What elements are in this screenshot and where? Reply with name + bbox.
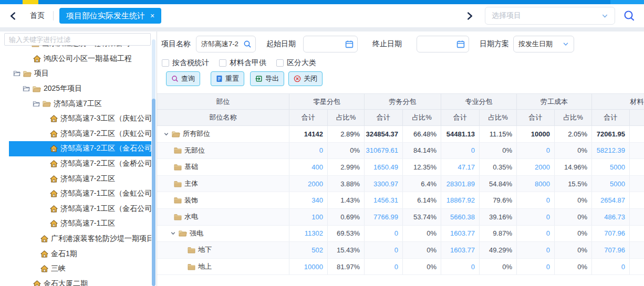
start-date-field[interactable] [303, 36, 358, 52]
calendar-icon[interactable] [456, 40, 465, 48]
checkbox-material[interactable]: 材料含甲供 [219, 58, 266, 68]
amount-cell[interactable]: 7766.99 [365, 209, 403, 225]
tree-item[interactable]: 金石大厦二期 [0, 277, 151, 286]
amount-cell[interactable]: 1650.49 [365, 159, 403, 175]
amount-cell[interactable]: 0 [517, 143, 555, 159]
export-button[interactable]: 导出 [250, 71, 284, 86]
row-name-cell[interactable]: 地下 [157, 242, 289, 258]
amount-cell[interactable]: 58212.39 [592, 143, 630, 159]
back-chevron-icon[interactable] [9, 12, 16, 20]
checkbox-category[interactable]: 区分大类 [276, 58, 316, 68]
project-name-field[interactable] [196, 36, 256, 52]
amount-cell[interactable]: 10000 [289, 259, 328, 275]
tab-active[interactable]: 项目部位实际发生统计 × [59, 8, 161, 24]
amount-cell[interactable]: 2000 [517, 159, 555, 175]
amount-cell[interactable]: 1603.77 [441, 242, 480, 258]
tree-filter-input[interactable] [4, 33, 151, 46]
amount-cell[interactable]: 3300.97 [365, 176, 403, 192]
amount-cell[interactable]: 2654.87 [592, 192, 630, 208]
tree-item[interactable]: 广利港滚装客轮防沙堤一期项目 [0, 231, 151, 247]
checkbox-box[interactable] [162, 59, 169, 67]
amount-cell[interactable]: 100 [289, 209, 328, 225]
amount-cell[interactable]: 28301.89 [441, 176, 480, 192]
table-row[interactable]: 装饰3401.43%1456.316.14%18867.9279.6%00%26… [157, 192, 644, 209]
amount-cell[interactable]: 0 [517, 259, 555, 275]
tree-item[interactable]: 鸿庆公司小区一期基础工程 [0, 51, 151, 67]
amount-cell[interactable]: 10000 [517, 126, 555, 142]
amount-cell[interactable]: 0 [517, 226, 555, 242]
table-row[interactable]: 主体20003.88%3300.976.4%28301.8954.84%8000… [157, 176, 644, 193]
expander-icon[interactable] [33, 101, 40, 107]
collapse-icon[interactable] [163, 131, 169, 137]
table-row[interactable]: 所有部位141422.89%324854.3766.48%54481.1311.… [157, 126, 644, 143]
table-row[interactable]: 无部位00%310679.6184.14%00%00%58212.39 [157, 143, 644, 160]
sidebar-scrollbar-thumb[interactable] [152, 99, 155, 286]
date-scheme-select[interactable]: 按发生日期 [513, 36, 574, 52]
amount-cell[interactable]: 0 [441, 143, 480, 159]
amount-cell[interactable]: 486.73 [592, 209, 630, 225]
tree-item[interactable]: 济邹高速7-1工区 [0, 216, 151, 231]
row-name-cell[interactable]: 主体 [157, 176, 289, 192]
search-icon[interactable] [623, 9, 636, 22]
tree-item[interactable]: 济邹高速7工区 [0, 96, 151, 111]
row-name-cell[interactable]: 强电 [157, 226, 289, 242]
table-row[interactable]: 水电1000.69%7766.9953.74%5660.3839.16%00%4… [157, 209, 644, 226]
tree-item[interactable]: 济邹高速7-2工区（庆虹公司） [0, 126, 151, 142]
row-name-cell[interactable]: 无部位 [157, 143, 289, 159]
amount-cell[interactable]: 0 [365, 259, 403, 275]
tree-item[interactable]: 济邹高速7-1工区（金石公司） [0, 202, 151, 217]
amount-cell[interactable]: 54481.13 [441, 126, 480, 142]
amount-cell[interactable]: 18867.92 [441, 192, 480, 208]
tree-item[interactable]: 2025年项目 [0, 81, 151, 97]
amount-cell[interactable]: 14142 [289, 126, 328, 142]
amount-cell[interactable]: 1456.31 [365, 192, 403, 208]
start-date-input[interactable] [307, 40, 345, 49]
amount-cell[interactable]: 0 [592, 259, 630, 275]
table-row[interactable]: 强电1130269.53%00%1603.779.87%00%707.96 [157, 226, 644, 242]
tab-home[interactable]: 首页 [30, 11, 45, 20]
amount-cell[interactable]: 47.17 [441, 159, 480, 175]
amount-cell[interactable]: 324854.37 [365, 126, 403, 142]
amount-cell[interactable]: 0 [365, 226, 403, 242]
amount-cell[interactable]: 310679.61 [365, 143, 403, 159]
amount-cell[interactable]: 72061.95 [592, 126, 630, 142]
tree-item[interactable]: 项目 [0, 66, 151, 81]
amount-cell[interactable]: 0 [517, 242, 555, 258]
amount-cell[interactable]: 5000 [592, 176, 630, 192]
amount-cell[interactable]: 5000 [592, 159, 630, 175]
row-name-cell[interactable]: 装饰 [157, 192, 289, 208]
tree-item[interactable]: 济邹高速7-3工区（庆虹公司） [0, 111, 151, 126]
close-button[interactable]: 关闭 [288, 71, 323, 86]
expander-icon[interactable] [23, 86, 30, 92]
tree-item[interactable]: 济邹高速7-1工区（金虹公司） [0, 186, 151, 202]
reset-button[interactable]: 重置 [211, 71, 244, 86]
amount-cell[interactable]: 0 [517, 209, 555, 225]
forward-chevron-icon[interactable] [466, 12, 473, 20]
tree-item[interactable]: 济邹高速7-2工区（金石公司） [9, 141, 151, 156]
row-name-cell[interactable]: 所有部位 [157, 126, 289, 142]
amount-cell[interactable]: 8000 [517, 176, 555, 192]
row-name-cell[interactable]: 地上 [157, 259, 289, 275]
amount-cell[interactable]: 0 [517, 192, 555, 208]
end-date-field[interactable] [417, 36, 469, 52]
tree-item[interactable]: 金石1期 [0, 246, 151, 261]
calendar-icon[interactable] [345, 40, 354, 48]
tab-close-icon[interactable]: × [150, 12, 154, 19]
expander-icon[interactable] [13, 70, 20, 77]
amount-cell[interactable]: 0 [441, 259, 480, 275]
amount-cell[interactable]: 0 [289, 143, 328, 159]
amount-cell[interactable]: 1603.77 [441, 226, 480, 242]
amount-cell[interactable]: 2000 [289, 176, 328, 192]
amount-cell[interactable]: 502 [289, 242, 328, 258]
amount-cell[interactable]: 5660.38 [441, 209, 480, 225]
tree-item[interactable]: 三峡 [0, 261, 151, 277]
amount-cell[interactable]: 0 [365, 242, 403, 258]
search-icon[interactable] [243, 40, 252, 48]
table-row[interactable]: 地上1000081.97%00%00%00%0 [157, 259, 644, 276]
tree-item[interactable]: 济邹高速7-2工区 [0, 171, 151, 186]
project-select[interactable]: 选择项目 [485, 7, 615, 25]
amount-cell[interactable]: 707.96 [592, 226, 630, 242]
amount-cell[interactable]: 400 [289, 159, 328, 175]
tree-item[interactable]: 济邹高速7-2工区（金桥公司） [0, 156, 151, 172]
project-name-input[interactable] [200, 40, 243, 49]
